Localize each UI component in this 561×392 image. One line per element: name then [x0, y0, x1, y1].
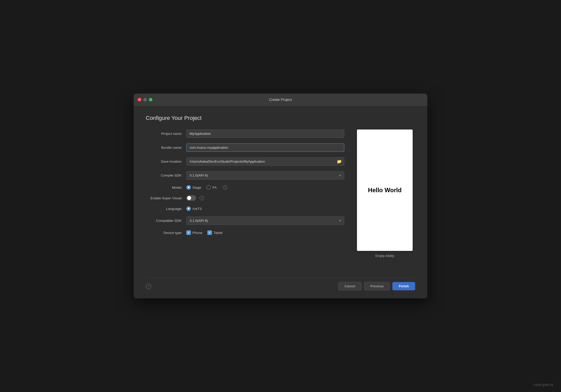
- footer: ? Cancel Previous Finish: [146, 278, 415, 292]
- language-label: Language:: [146, 207, 186, 211]
- previous-button[interactable]: Previous: [364, 282, 390, 290]
- model-fa-radio[interactable]: [206, 185, 211, 190]
- device-tablet-option[interactable]: ✓ Tablet: [207, 230, 223, 235]
- model-radio-group: Stage FA ?: [186, 185, 227, 190]
- compatible-sdk-select[interactable]: 3.1.0(API 9): [186, 216, 344, 225]
- super-visual-toggle[interactable]: [186, 195, 196, 201]
- bundle-name-input[interactable]: [186, 143, 344, 152]
- page-title: Configure Your Project: [146, 115, 415, 121]
- language-radio-group: ArkTS: [186, 206, 202, 211]
- preview-phone: Hello World: [357, 129, 413, 251]
- content-area: Configure Your Project Project name: Bun…: [134, 106, 427, 298]
- compile-sdk-select[interactable]: 3.1.0(API 9): [186, 171, 344, 180]
- bundle-name-row: Bundle name:: [146, 143, 344, 152]
- device-type-label: Device type:: [146, 231, 186, 235]
- device-phone-label: Phone: [192, 231, 202, 235]
- bundle-name-label: Bundle name:: [146, 146, 186, 149]
- device-tablet-label: Tablet: [213, 231, 223, 235]
- device-phone-checkbox[interactable]: ✓: [186, 230, 191, 235]
- device-phone-option[interactable]: ✓ Phone: [186, 230, 202, 235]
- model-row: Model: Stage FA ?: [146, 185, 344, 190]
- window-title: Create Project: [269, 98, 292, 102]
- super-visual-toggle-wrapper: ?: [186, 195, 204, 201]
- main-area: Project name: Bundle name: Save location…: [146, 129, 415, 272]
- model-help-icon[interactable]: ?: [223, 185, 227, 190]
- footer-help-icon[interactable]: ?: [146, 284, 151, 289]
- model-stage-option[interactable]: Stage: [186, 185, 201, 190]
- model-stage-radio[interactable]: [186, 185, 191, 190]
- save-location-input[interactable]: [186, 157, 344, 166]
- cancel-button[interactable]: Cancel: [338, 282, 362, 290]
- hello-world-text: Hello World: [368, 187, 402, 194]
- language-arkts-label: ArkTS: [192, 207, 202, 211]
- traffic-lights: [138, 98, 152, 101]
- save-location-wrapper: 📁: [186, 157, 344, 166]
- language-row: Language: ArkTS: [146, 206, 344, 211]
- create-project-window: Create Project Configure Your Project Pr…: [134, 94, 427, 298]
- compatible-sdk-wrapper: 3.1.0(API 9) ▼: [186, 216, 344, 225]
- project-name-input[interactable]: [186, 129, 344, 138]
- device-tablet-checkbox[interactable]: ✓: [207, 230, 212, 235]
- project-name-label: Project name:: [146, 132, 186, 136]
- language-arkts-option[interactable]: ArkTS: [186, 206, 202, 211]
- model-fa-label: FA: [212, 186, 217, 189]
- project-name-row: Project name:: [146, 129, 344, 138]
- close-button[interactable]: [138, 98, 141, 101]
- form-section: Project name: Bundle name: Save location…: [146, 129, 344, 272]
- compile-sdk-wrapper: 3.1.0(API 9) ▼: [186, 171, 344, 180]
- language-arkts-radio[interactable]: [186, 206, 191, 211]
- super-visual-label: Enable Super Visual:: [146, 196, 186, 200]
- model-fa-option[interactable]: FA: [206, 185, 217, 190]
- save-location-label: Save location:: [146, 160, 186, 163]
- compatible-sdk-label: Compatible SDK:: [146, 219, 186, 223]
- model-stage-label: Stage: [192, 186, 201, 189]
- compile-sdk-label: Compile SDK:: [146, 173, 186, 177]
- maximize-button[interactable]: [149, 98, 152, 101]
- model-label: Model:: [146, 186, 186, 189]
- compile-sdk-row: Compile SDK: 3.1.0(API 9) ▼: [146, 171, 344, 180]
- titlebar: Create Project: [134, 94, 427, 106]
- device-type-checkbox-group: ✓ Phone ✓ Tablet: [186, 230, 223, 235]
- compatible-sdk-row: Compatible SDK: 3.1.0(API 9) ▼: [146, 216, 344, 225]
- save-location-row: Save location: 📁: [146, 157, 344, 166]
- footer-buttons: Cancel Previous Finish: [338, 282, 415, 290]
- super-visual-row: Enable Super Visual: ?: [146, 195, 344, 201]
- finish-button[interactable]: Finish: [392, 282, 415, 290]
- super-visual-help-icon[interactable]: ?: [199, 196, 204, 200]
- toggle-knob: [187, 196, 191, 200]
- device-type-row: Device type: ✓ Phone ✓ Tablet: [146, 230, 344, 235]
- folder-icon[interactable]: 📁: [337, 159, 342, 164]
- check-icon: ✓: [187, 231, 190, 234]
- check-icon-2: ✓: [208, 231, 211, 234]
- preview-label: Empty Ability: [375, 254, 394, 258]
- minimize-button[interactable]: [143, 98, 147, 101]
- watermark: CSDN @胡子哥: [534, 383, 553, 387]
- preview-section: Hello World Empty Ability: [354, 129, 415, 272]
